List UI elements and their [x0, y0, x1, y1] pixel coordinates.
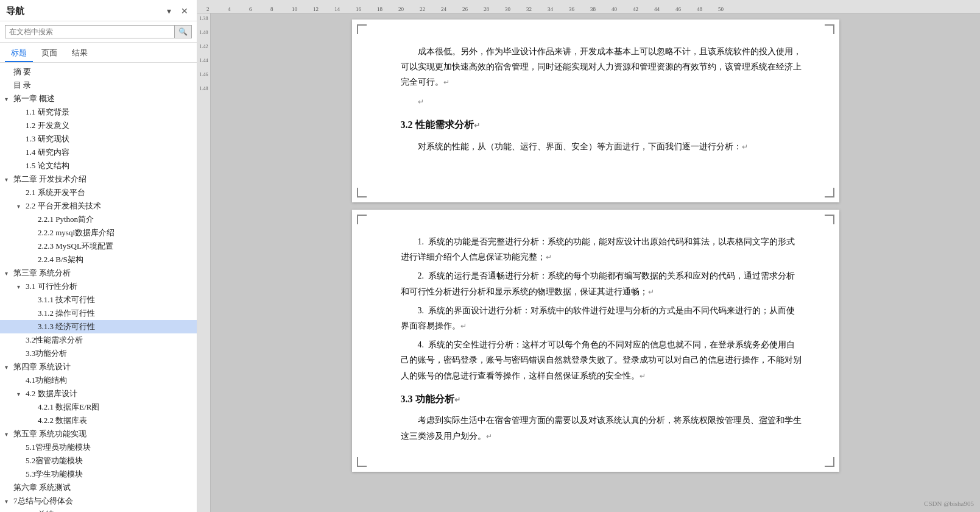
- tree-item-2.1[interactable]: 2.1 系统开发平台: [0, 186, 197, 199]
- tree-label-summary: 摘 要: [13, 66, 192, 77]
- nav-header: 导航 ▾ ✕: [0, 0, 197, 21]
- tree-item-4.2.2[interactable]: 4.2.2 数据库表: [0, 414, 197, 427]
- doc-pages[interactable]: 成本很低。另外，作为毕业设计作品来讲，开发成本基本上可以忽略不计，且该系统软件的…: [211, 13, 980, 512]
- nav-tree: 摘 要目 录▾第一章 概述1.1 研究背景1.2 开发意义1.3 研究现状1.4…: [0, 63, 197, 512]
- page1-para1: 对系统的性能，从（功能、运行、界面、安全）等方面进行，下面我们逐一进行分析：↵: [401, 139, 803, 154]
- tree-arrow-2.2: ▾: [17, 203, 26, 210]
- page-1: 成本很低。另外，作为毕业设计作品来讲，开发成本基本上可以忽略不计，且该系统软件的…: [352, 20, 839, 202]
- page1-content: 成本很低。另外，作为毕业设计作品来讲，开发成本基本上可以忽略不计，且该系统软件的…: [401, 44, 803, 154]
- tree-item-summary[interactable]: 摘 要: [0, 65, 197, 79]
- tree-label-1.5: 1.5 论文结构: [26, 160, 192, 171]
- page1-pilcrow-line: ↵: [401, 94, 803, 109]
- tree-label-3.1.1: 3.1.1 技术可行性: [38, 294, 192, 305]
- section33-link[interactable]: 宿管: [759, 416, 776, 425]
- tree-item-1.4[interactable]: 1.4 研究内容: [0, 146, 197, 159]
- tree-item-4.2.1[interactable]: 4.2.1 数据库E/R图: [0, 400, 197, 414]
- tree-label-1.2: 1.2 开发意义: [26, 120, 192, 131]
- left-ruler: 1.38 1.40 1.42 1.44 1.46 1.48: [197, 13, 211, 512]
- tree-label-3.2: 3.2性能需求分析: [26, 335, 192, 346]
- tree-item-5.2[interactable]: 5.2宿管功能模块: [0, 454, 197, 468]
- tree-arrow-ch5: ▾: [5, 431, 13, 438]
- tree-item-4.1[interactable]: 4.1功能结构: [0, 374, 197, 387]
- page2-item4: 4. 系统的安全性进行分析：这样才可以每个角色的不同对应的信息也就不同，在登录系…: [401, 337, 803, 383]
- page1-para-before: 成本很低。另外，作为毕业设计作品来讲，开发成本基本上可以忽略不计，且该系统软件的…: [401, 44, 803, 90]
- page-2: 1. 系统的功能是否完整进行分析：系统的功能，能对应设计出原始代码和算法，以表格…: [352, 210, 839, 472]
- corner-bl: [357, 188, 367, 197]
- navigation-panel: 导航 ▾ ✕ 🔍 标题 页面 结果 摘 要目 录▾第一章 概述1.1 研究背景1…: [0, 0, 197, 512]
- tab-title[interactable]: 标题: [5, 45, 33, 62]
- tree-item-3.1.1[interactable]: 3.1.1 技术可行性: [0, 293, 197, 307]
- tree-item-3.3[interactable]: 3.3功能分析: [0, 347, 197, 360]
- tab-results[interactable]: 结果: [66, 45, 94, 62]
- tree-item-1.3[interactable]: 1.3 研究现状: [0, 132, 197, 146]
- page2-item1: 1. 系统的功能是否完整进行分析：系统的功能，能对应设计出原始代码和算法，以表格…: [401, 234, 803, 265]
- tree-item-4.2[interactable]: ▾4.2 数据库设计: [0, 387, 197, 400]
- corner-tr: [825, 24, 834, 34]
- tree-label-ch1: 第一章 概述: [13, 93, 192, 104]
- tree-label-4.2.2: 4.2.2 数据库表: [38, 415, 192, 426]
- tree-label-1.3: 1.3 研究现状: [26, 133, 192, 144]
- tree-arrow-ch3: ▾: [5, 270, 13, 277]
- tree-item-5.3[interactable]: 5.3学生功能模块: [0, 468, 197, 481]
- tree-label-ch3: 第三章 系统分析: [13, 268, 192, 279]
- page1-section-heading: 3.2 性能需求分析↵: [401, 116, 803, 134]
- tree-arrow-ch1: ▾: [5, 96, 13, 102]
- nav-pin-button[interactable]: ▾: [164, 5, 174, 17]
- tree-item-1.1[interactable]: 1.1 研究背景: [0, 105, 197, 119]
- tree-label-1.1: 1.1 研究背景: [26, 107, 192, 118]
- corner2-tl: [357, 215, 367, 224]
- tab-page[interactable]: 页面: [35, 45, 63, 62]
- corner-br: [825, 188, 834, 197]
- tree-label-3.1.3: 3.1.3 经济可行性: [38, 321, 192, 332]
- tree-item-2.2.1[interactable]: 2.2.1 Python简介: [0, 213, 197, 226]
- tree-label-ch7: 7总结与心得体会: [13, 496, 192, 507]
- corner2-tr: [825, 215, 834, 224]
- tree-item-ch2[interactable]: ▾第二章 开发技术介绍: [0, 172, 197, 186]
- page2-section33-heading: 3.3 功能分析↵: [401, 391, 803, 408]
- nav-close-button[interactable]: ✕: [178, 5, 191, 17]
- tree-item-ch3[interactable]: ▾第三章 系统分析: [0, 266, 197, 280]
- corner-tl: [357, 24, 367, 34]
- tree-label-ch2: 第二章 开发技术介绍: [13, 174, 192, 185]
- tree-item-7.1[interactable]: 7.1 总结: [0, 508, 197, 512]
- tree-label-3.1: 3.1 可行性分析: [26, 281, 192, 292]
- tree-label-3.1.2: 3.1.2 操作可行性: [38, 308, 192, 319]
- tree-item-1.2[interactable]: 1.2 开发意义: [0, 119, 197, 132]
- tree-item-ch6[interactable]: 第六章 系统测试: [0, 481, 197, 494]
- tree-item-2.2.3[interactable]: 2.2.3 MySQL环境配置: [0, 240, 197, 253]
- tree-item-3.1[interactable]: ▾3.1 可行性分析: [0, 280, 197, 293]
- tree-label-4.1: 4.1功能结构: [26, 375, 192, 386]
- tree-label-2.2.3: 2.2.3 MySQL环境配置: [38, 241, 192, 252]
- tree-label-5.3: 5.3学生功能模块: [26, 469, 192, 480]
- tree-item-ch1[interactable]: ▾第一章 概述: [0, 92, 197, 105]
- tree-label-2.2: 2.2 平台开发相关技术: [26, 201, 192, 212]
- tree-item-2.2[interactable]: ▾2.2 平台开发相关技术: [0, 199, 197, 213]
- tree-item-3.2[interactable]: 3.2性能需求分析: [0, 333, 197, 347]
- tree-item-ch7[interactable]: ▾7总结与心得体会: [0, 494, 197, 508]
- tree-label-1.4: 1.4 研究内容: [26, 147, 192, 158]
- tree-item-3.1.3[interactable]: 3.1.3 经济可行性: [0, 320, 197, 333]
- tree-item-1.5[interactable]: 1.5 论文结构: [0, 159, 197, 172]
- tree-item-2.2.4[interactable]: 2.2.4 B/S架构: [0, 253, 197, 266]
- tree-label-5.1: 5.1管理员功能模块: [26, 442, 192, 453]
- tree-label-5.2: 5.2宿管功能模块: [26, 455, 192, 466]
- tree-label-2.2.2: 2.2.2 mysql数据库介绍: [38, 227, 192, 238]
- tree-label-4.2.1: 4.2.1 数据库E/R图: [38, 402, 192, 413]
- tree-label-2.2.4: 2.2.4 B/S架构: [38, 254, 192, 265]
- tree-item-ch5[interactable]: ▾第五章 系统功能实现: [0, 427, 197, 441]
- search-input[interactable]: [5, 25, 175, 38]
- tree-item-toc[interactable]: 目 录: [0, 79, 197, 92]
- top-ruler: 2 4 6 8 10 12 14 16 18 20 22 24 26 28 30…: [197, 0, 980, 13]
- search-button[interactable]: 🔍: [175, 25, 192, 38]
- corner2-br: [825, 457, 834, 467]
- tree-item-ch4[interactable]: ▾第四章 系统设计: [0, 360, 197, 374]
- corner2-bl: [357, 457, 367, 467]
- tree-item-5.1[interactable]: 5.1管理员功能模块: [0, 441, 197, 454]
- tree-item-3.1.2[interactable]: 3.1.2 操作可行性: [0, 307, 197, 320]
- tree-label-ch6: 第六章 系统测试: [13, 482, 192, 493]
- nav-title: 导航: [6, 5, 24, 17]
- nav-tabs: 标题 页面 结果: [0, 43, 197, 63]
- tree-label-toc: 目 录: [13, 80, 192, 91]
- tree-item-2.2.2[interactable]: 2.2.2 mysql数据库介绍: [0, 226, 197, 240]
- content-area: 2 4 6 8 10 12 14 16 18 20 22 24 26 28 30…: [197, 0, 980, 512]
